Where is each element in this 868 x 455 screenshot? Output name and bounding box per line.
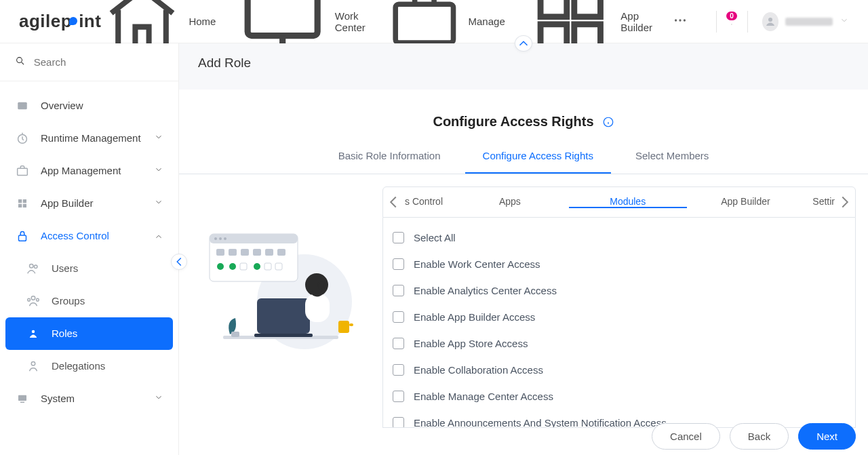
cat-tab-access-control-partial[interactable]: s Control: [403, 196, 451, 208]
check-label: Enable App Store Access: [414, 338, 528, 349]
delegation-icon: [26, 359, 41, 374]
svg-rect-49: [254, 334, 313, 337]
check-label: Select All: [414, 232, 456, 243]
inner-body: s Control Apps Modules App Builder Setti…: [179, 174, 868, 428]
checkbox-announcements[interactable]: [393, 417, 404, 428]
chart-line-icon: [15, 98, 30, 113]
search-input[interactable]: [34, 56, 163, 68]
svg-point-10: [17, 58, 22, 63]
svg-rect-2: [540, 0, 567, 16]
nav-manage-label: Manage: [469, 16, 505, 27]
checkbox-manage-center[interactable]: [393, 391, 404, 402]
logo-text-a: agilep: [19, 11, 72, 32]
checkbox-collaboration[interactable]: [393, 364, 404, 376]
sidebar-item-roles[interactable]: Roles: [5, 317, 173, 350]
expand-header-button[interactable]: [515, 35, 532, 52]
svg-point-33: [219, 237, 222, 240]
check-row-select-all: Select All: [383, 224, 855, 251]
svg-rect-18: [19, 235, 26, 241]
check-row-collaboration: Enable Collaboration Access: [383, 357, 855, 383]
svg-point-44: [254, 263, 260, 270]
tab-configure-access-rights[interactable]: Configure Access Rights: [465, 150, 611, 174]
category-scroll-right[interactable]: [835, 187, 855, 217]
sidebar-item-access-control[interactable]: Access Control: [0, 220, 178, 252]
content-card: Configure Access Rights Basic Role Infor…: [179, 90, 868, 455]
briefcase-icon: [15, 163, 30, 178]
clock-icon: [15, 131, 30, 146]
info-icon[interactable]: [602, 116, 614, 128]
sidebar: Overview Runtime Management App Manageme…: [0, 43, 179, 455]
sidebar-item-label: Delegations: [52, 360, 105, 372]
category-scroll-left[interactable]: [383, 187, 403, 217]
sidebar-item-label: System: [41, 393, 75, 404]
nav-right: 0: [716, 11, 849, 33]
svg-point-7: [679, 19, 681, 21]
checkbox-work-center[interactable]: [393, 258, 404, 270]
cat-tab-app-builder[interactable]: App Builder: [687, 196, 805, 208]
sidebar-item-app-builder[interactable]: App Builder: [0, 187, 178, 220]
check-row-analytics: Enable Analytics Center Access: [383, 277, 855, 304]
sidebar-item-system[interactable]: System: [0, 382, 178, 415]
cat-tab-modules[interactable]: Modules: [569, 196, 687, 208]
svg-rect-0: [248, 0, 318, 36]
svg-rect-37: [241, 249, 249, 256]
sidebar-item-label: Users: [52, 262, 78, 274]
form-column: s Control Apps Modules App Builder Setti…: [382, 186, 868, 428]
next-button[interactable]: Next: [798, 423, 856, 450]
logo-dot-icon: [69, 17, 77, 25]
notification-badge: 0: [726, 12, 737, 20]
checkbox-app-store[interactable]: [393, 338, 404, 349]
tab-basic-role-information[interactable]: Basic Role Information: [321, 150, 458, 174]
svg-rect-17: [23, 203, 26, 207]
sidebar-item-delegations[interactable]: Delegations: [0, 350, 178, 382]
sidebar-item-label: Roles: [52, 328, 77, 339]
svg-rect-38: [253, 249, 261, 256]
sidebar-item-groups[interactable]: Groups: [0, 285, 178, 317]
cat-tab-settings-partial[interactable]: Settir: [804, 196, 835, 208]
back-button[interactable]: Back: [730, 423, 789, 450]
checkbox-app-builder[interactable]: [393, 311, 404, 323]
category-tabs: s Control Apps Modules App Builder Setti…: [382, 186, 856, 218]
cancel-button[interactable]: Cancel: [652, 423, 720, 450]
chevron-down-icon: [154, 393, 163, 404]
svg-point-19: [30, 264, 34, 268]
sidebar-item-users[interactable]: Users: [0, 252, 178, 285]
nav-app-builder-label: App Builder: [620, 10, 652, 33]
section-title-row: Configure Access Rights: [179, 90, 868, 130]
svg-rect-51: [305, 294, 330, 322]
check-label: Enable Collaboration Access: [414, 364, 543, 376]
chevron-down-icon: [154, 197, 163, 209]
svg-point-25: [31, 361, 35, 365]
checkbox-analytics[interactable]: [393, 285, 404, 296]
chevron-up-icon: [154, 230, 163, 241]
cat-tab-apps[interactable]: Apps: [451, 196, 569, 208]
permissions-checklist[interactable]: Select All Enable Work Center Access Ena…: [382, 218, 856, 428]
footer-actions: Cancel Back Next: [652, 423, 856, 450]
check-row-manage-center: Enable Manage Center Access: [383, 383, 855, 410]
svg-rect-1: [395, 4, 453, 43]
notifications-button[interactable]: 0: [731, 16, 732, 27]
sidebar-item-overview[interactable]: Overview: [0, 90, 178, 122]
svg-rect-13: [18, 168, 28, 175]
svg-rect-14: [18, 199, 22, 203]
group-icon: [26, 294, 41, 309]
user-menu[interactable]: [762, 12, 849, 31]
svg-point-22: [28, 298, 31, 301]
svg-point-8: [684, 19, 686, 21]
check-label: Enable App Builder Access: [414, 311, 535, 323]
svg-point-9: [768, 18, 772, 22]
sidebar-item-runtime[interactable]: Runtime Management: [0, 122, 178, 155]
check-label: Enable Announcements And System Notifica…: [414, 417, 667, 428]
svg-point-42: [229, 263, 236, 270]
nav-more[interactable]: [673, 13, 688, 30]
sidebar-item-app-management[interactable]: App Management: [0, 155, 178, 187]
svg-rect-35: [216, 249, 224, 256]
collapse-sidebar-button[interactable]: [171, 254, 187, 270]
checkbox-select-all[interactable]: [393, 232, 404, 243]
main-area: Add Role Configure Access Rights Basic R…: [179, 43, 868, 455]
svg-rect-53: [338, 321, 349, 333]
illustration-column: [179, 186, 382, 428]
tab-select-members[interactable]: Select Members: [618, 150, 726, 174]
check-row-app-builder: Enable App Builder Access: [383, 304, 855, 330]
sidebar-item-label: Runtime Management: [41, 132, 141, 144]
